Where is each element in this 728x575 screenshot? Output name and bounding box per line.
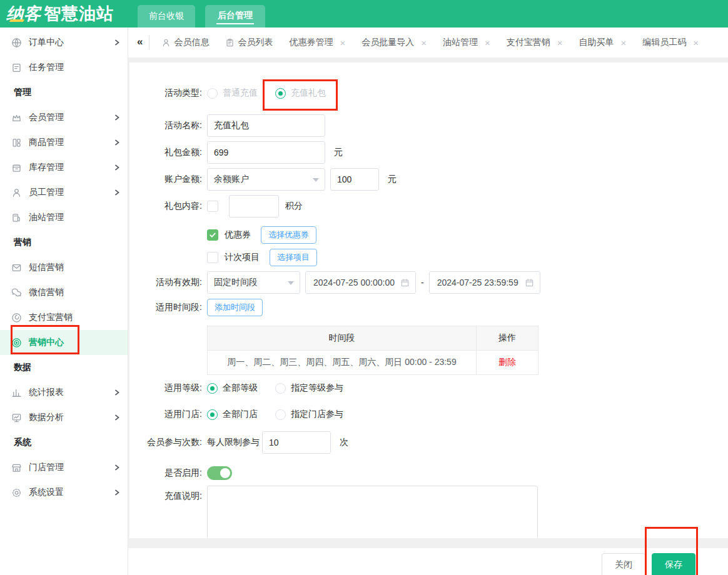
account-amount-input[interactable] [330,168,379,191]
package-amount-row: 礼包金额: 元 [129,141,728,164]
logo-accent [9,19,24,22]
tab-station-management[interactable]: 油站管理 × [435,28,498,58]
close-icon[interactable]: × [421,38,427,48]
chevron-right-icon [114,189,120,196]
radio-all-levels[interactable] [207,383,218,394]
sidebar-item-marketing-center[interactable]: 营销中心 [0,330,128,355]
start-datetime-picker[interactable]: 2024-07-25 00:00:00 [305,271,416,294]
close-icon[interactable]: × [693,38,699,48]
join-times-input[interactable] [262,431,331,454]
target-icon [11,338,22,348]
sidebar-item-wechat-marketing[interactable]: 微信营销 [0,280,128,305]
tab-label: 会员信息 [174,37,209,48]
tab-member-info[interactable]: 会员信息 [153,28,217,58]
activity-form: 活动类型: 普通充值 充值礼包 活动名称: 礼包金额: 元 [129,62,728,538]
tab-alipay-marketing[interactable]: 支付宝营销 × [498,28,571,58]
sidebar-item-staff-management[interactable]: 员工管理 [0,180,128,205]
radio-normal-recharge[interactable] [207,88,218,99]
enable-toggle[interactable] [207,466,232,480]
package-content-label: 礼包内容: [129,201,202,212]
radio-all-stores-label: 全部门店 [223,409,258,420]
account-type-select[interactable]: 余额账户 [207,168,325,191]
radio-specified-stores[interactable] [275,409,286,420]
sidebar-item-inventory-management[interactable]: 库存管理 [0,155,128,180]
activity-type-label: 活动类型: [129,88,202,99]
tab-member-list[interactable]: 会员列表 [217,28,281,58]
task-icon [11,62,22,73]
count-item-label: 计次项目 [225,252,260,263]
validity-mode-select[interactable]: 固定时间段 [207,271,300,294]
sidebar-item-label: 短信营销 [29,262,120,273]
sidebar-item-system-settings[interactable]: 系统设置 [0,480,128,505]
activity-name-label: 活动名称: [129,120,202,131]
calendar-icon [525,278,534,288]
alipay-icon [11,312,22,323]
coupon-row: 优惠券 选择优惠券 [207,226,728,244]
radio-specified-levels[interactable] [275,383,286,394]
points-checkbox[interactable] [207,201,218,212]
close-button[interactable]: 关闭 [602,553,645,575]
nav-tab-backend-admin[interactable]: 后台管理 [205,5,265,28]
mail-icon [11,262,22,273]
package-amount-unit: 元 [334,147,343,158]
time-range-row: 适用时间段: 添加时间段 [129,299,728,316]
sidebar-item-label: 微信营销 [29,287,120,298]
tab-member-batch-import[interactable]: 会员批量导入 × [353,28,435,58]
join-times-prefix: 每人限制参与 [207,437,260,448]
edit-activity-panel: 活动类型: 普通充值 充值礼包 活动名称: 礼包金额: 元 [129,62,728,538]
package-content-row: 礼包内容: 积分 [129,195,728,218]
store-icon [11,462,22,473]
time-range-label: 适用时间段: [129,302,202,313]
close-icon[interactable]: × [485,38,490,48]
points-input[interactable] [229,195,279,218]
tab-edit-staff-code[interactable]: 编辑员工码 × [634,28,707,58]
sidebar-section-data: 数据 [0,355,128,380]
tab-self-service-order[interactable]: 自助买单 × [571,28,635,58]
sidebar-item-data-analysis[interactable]: 数据分析 [0,405,128,430]
sidebar-item-alipay-marketing[interactable]: 支付宝营销 [0,305,128,330]
sidebar-item-goods-management[interactable]: 商品管理 [0,130,128,155]
sidebar-item-task-management[interactable]: 任务管理 [0,55,128,80]
sidebar-item-station-management[interactable]: 油站管理 [0,205,128,230]
radio-all-stores[interactable] [207,409,218,420]
close-icon[interactable]: × [621,38,627,48]
chevron-right-icon [114,414,120,421]
sidebar-item-label: 任务管理 [29,62,120,73]
join-times-row: 会员参与次数: 每人限制参与 次 [129,431,728,454]
table-row: 周一、周二、周三、周四、周五、周六、周日 00:00 - 23:59 删除 [208,351,538,375]
sidebar-item-statistics-report[interactable]: 统计报表 [0,380,128,405]
select-item-button[interactable]: 选择项目 [270,249,317,266]
validity-mode-value: 固定时间段 [214,277,258,288]
points-unit: 积分 [285,201,303,212]
activity-name-row: 活动名称: [129,114,728,137]
sidebar-item-label: 油站管理 [29,212,120,223]
add-time-range-button[interactable]: 添加时间段 [207,299,263,316]
sidebar-section-marketing: 营销 [0,230,128,255]
sidebar-item-member-management[interactable]: 会员管理 [0,105,128,130]
sidebar-item-shop-management[interactable]: 门店管理 [0,455,128,480]
radio-recharge-package[interactable] [275,88,286,99]
radio-specified-levels-label: 指定等级参与 [291,382,343,394]
tab-coupon-management[interactable]: 优惠券管理 × [281,28,353,58]
nav-tab-front-cashier[interactable]: 前台收银 [138,5,195,28]
close-icon[interactable]: × [340,38,345,48]
delete-link[interactable]: 删除 [498,357,516,367]
sidebar-item-sms-marketing[interactable]: 短信营销 [0,255,128,280]
sidebar-item-order-center[interactable]: 订单中心 [0,30,128,55]
page-tabbar: « 会员信息 会员列表 优惠券管理 × 会员批量导入 × 油站管理 × 支付宝营… [128,28,728,58]
radio-recharge-package-label: 充值礼包 [291,88,326,99]
select-coupon-button[interactable]: 选择优惠券 [261,226,316,244]
coupon-checkbox[interactable] [207,229,218,241]
activity-name-input[interactable] [207,114,325,137]
sidebar-item-label: 数据分析 [29,412,114,423]
sidebar-item-label: 支付宝营销 [29,312,120,323]
description-textarea[interactable] [207,486,538,538]
count-item-checkbox[interactable] [207,252,218,263]
end-datetime-picker[interactable]: 2024-07-25 23:59:59 [429,271,540,294]
goods-icon [11,138,22,148]
collapse-sidebar-button[interactable]: « [136,36,149,50]
close-icon[interactable]: × [557,38,563,48]
account-amount-unit: 元 [388,174,397,185]
save-button[interactable]: 保存 [652,553,695,575]
package-amount-input[interactable] [207,141,325,164]
